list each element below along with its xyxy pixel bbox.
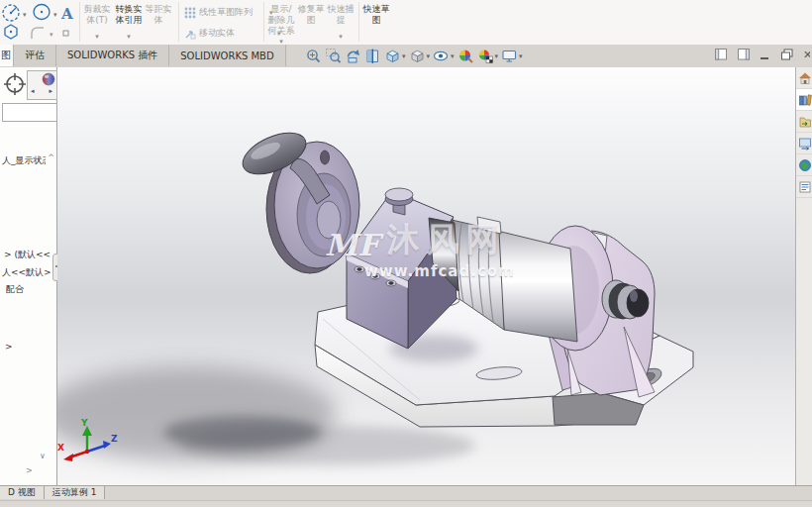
tab-motion-study[interactable]: 运动算例 1 — [45, 486, 106, 499]
tree-scroll-right-icon[interactable]: > — [26, 466, 33, 475]
home-icon[interactable] — [796, 67, 812, 89]
snaps-dropdown-icon[interactable]: ▾ — [339, 32, 343, 43]
window-controls: ✕ — [714, 48, 810, 61]
view-mode-tabs: D 视图 运动算例 1 — [0, 486, 105, 499]
display-pane-box[interactable]: ◂ ▸ — [27, 70, 57, 100]
view-palette-icon[interactable] — [796, 133, 812, 154]
view-orientation-icon[interactable]: ▾ — [384, 48, 406, 64]
tree-scroll-down-icon[interactable]: ∨ — [40, 452, 46, 460]
tree-scroll-up-icon[interactable]: ^ — [48, 153, 54, 162]
status-bar — [0, 500, 812, 507]
display-style-icon[interactable]: ▾ — [409, 48, 431, 64]
tree-item-mates[interactable]: 配合 — [6, 283, 24, 296]
graphics-viewport[interactable]: X Y Z MF 沐风网 www.mfcad.com — [57, 67, 795, 485]
custom-properties-icon[interactable] — [796, 176, 812, 198]
collapse-panel-left-icon[interactable] — [714, 48, 728, 61]
quick-snaps-button[interactable]: 快速捕捉 ▾ — [327, 2, 355, 44]
zoom-to-area-icon[interactable] — [325, 48, 342, 64]
tree-search-input[interactable] — [2, 103, 57, 122]
feature-manager-header: ◂ ▸ — [0, 69, 56, 101]
pane-arrow-right-icon[interactable]: ▸ — [49, 87, 52, 95]
tab-solidworks-addins[interactable]: SOLIDWORKS 插件 — [56, 45, 169, 66]
file-explorer-icon[interactable] — [796, 111, 812, 133]
tree-item-default-1[interactable]: > (默认<< — [4, 249, 51, 261]
sketch-tools-group[interactable]: ▾ ▾ A ▾ — [0, 0, 77, 44]
circle-dropdown-icon[interactable]: ▾ — [53, 11, 57, 19]
trim-entities-button[interactable]: 剪裁实体(T) ▾ — [81, 2, 113, 44]
minimize-icon[interactable] — [760, 48, 771, 61]
linear-pattern-icon — [184, 7, 196, 19]
apply-scene-icon[interactable]: ▾ — [477, 48, 499, 64]
fillet-tool-icon[interactable] — [32, 28, 44, 39]
bottom-bar: D 视图 运动算例 1 — [0, 485, 812, 507]
edit-appearance-icon[interactable] — [457, 48, 474, 64]
model-canvas[interactable]: X Y Z — [57, 67, 795, 485]
command-manager-ribbon: ▾ ▾ A ▾ 剪裁实体(T) ▾ 转换实体引用 ▾ 等距实体 — [0, 0, 812, 46]
triad-y-label: Y — [80, 418, 88, 428]
sensor-target-icon[interactable] — [3, 72, 27, 96]
point-tool-icon[interactable] — [63, 31, 68, 36]
trim-dropdown-icon[interactable]: ▾ — [95, 32, 99, 43]
toolbar-separator — [178, 2, 179, 42]
collapse-panel-right-icon[interactable] — [737, 48, 751, 61]
toolbar-separator — [358, 2, 359, 42]
toolbar-separator — [263, 2, 264, 42]
view-settings-icon[interactable]: ▾ — [501, 48, 523, 64]
tab-sketch-partial[interactable]: 图 — [0, 45, 14, 66]
polygon-tool-icon[interactable] — [5, 25, 17, 39]
previous-view-icon[interactable] — [345, 48, 361, 64]
tree-item-expand[interactable]: > — [5, 342, 13, 352]
tree-item-display-state[interactable]: 人_显示状态 — [2, 154, 46, 167]
tree-item-default-2[interactable]: 人<<默认> — [2, 266, 51, 279]
feature-manager-panel: ◂ ▸ 人_显示状态 ^ > (默认<< 人<<默认> 配合 > ∨ > — [0, 67, 57, 485]
offset-entities-button[interactable]: 等距实体 — [145, 2, 172, 44]
appearances-scenes-icon[interactable] — [796, 154, 812, 176]
section-view-icon[interactable] — [364, 48, 381, 64]
view-settings-dropdown-icon[interactable]: ▾ — [519, 52, 523, 60]
apply-scene-dropdown-icon[interactable]: ▾ — [495, 52, 499, 60]
repair-sketch-button[interactable]: 修复草图 — [297, 2, 325, 44]
triad-z-label: Z — [111, 434, 118, 444]
tab-solidworks-mbd[interactable]: SOLIDWORKS MBD — [169, 45, 285, 66]
view-orientation-dropdown-icon[interactable]: ▾ — [402, 52, 406, 60]
tab-row: 图 评估 SOLIDWORKS 插件 SOLIDWORKS MBD ▾ ▾ ▾ — [0, 45, 812, 68]
zoom-to-fit-icon[interactable] — [305, 48, 322, 64]
triad-x-label: X — [57, 443, 64, 453]
convert-dropdown-icon[interactable]: ▾ — [127, 32, 131, 43]
hide-show-items-icon[interactable]: ▾ — [433, 48, 455, 64]
display-style-dropdown-icon[interactable]: ▾ — [427, 52, 431, 60]
arc-tool-icon[interactable] — [3, 5, 19, 21]
hide-show-dropdown-icon[interactable]: ▾ — [451, 52, 455, 60]
convert-entities-button[interactable]: 转换实体引用 ▾ — [113, 2, 145, 44]
tab-3d-view[interactable]: D 视图 — [0, 486, 45, 499]
heads-up-view-toolbar: ▾ ▾ ▾ ▾ ▾ — [305, 47, 523, 65]
design-library-icon[interactable] — [796, 89, 812, 111]
pane-arrow-left-icon[interactable]: ◂ — [31, 87, 35, 95]
task-pane-strip — [795, 67, 812, 485]
fillet-dropdown-icon[interactable]: ▾ — [50, 31, 53, 39]
circle-tool-icon[interactable] — [34, 5, 50, 20]
appearance-sphere-icon — [42, 72, 55, 86]
move-entities-icon — [184, 28, 196, 40]
arc-dropdown-icon[interactable]: ▾ — [23, 11, 27, 19]
text-tool-icon[interactable]: A — [60, 5, 73, 23]
restore-icon[interactable] — [780, 48, 794, 61]
command-manager-tabs: 图 评估 SOLIDWORKS 插件 SOLIDWORKS MBD — [0, 45, 286, 66]
rapid-sketch-button[interactable]: 快速草图 — [361, 2, 391, 44]
linear-sketch-pattern-button[interactable]: 线性草图阵列 ▾ — [184, 6, 273, 19]
toolbar-separator — [79, 2, 80, 42]
close-icon[interactable]: ✕ — [803, 49, 810, 61]
tab-evaluate[interactable]: 评估 — [14, 45, 56, 66]
display-delete-relations-button[interactable]: 显示/删除几何关系 ▾ — [266, 2, 296, 44]
